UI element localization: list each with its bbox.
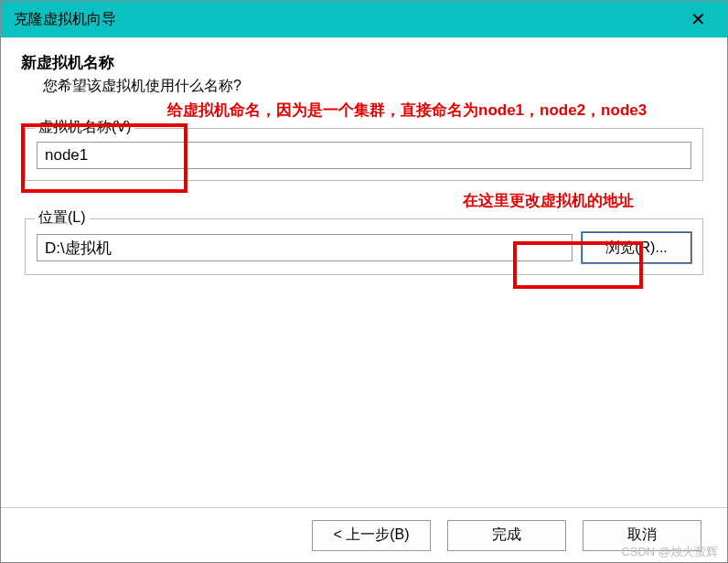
annotation-location: 在这里更改虚拟机的地址	[21, 190, 634, 211]
vm-location-input[interactable]	[37, 234, 573, 261]
window-title: 克隆虚拟机向导	[14, 10, 116, 29]
vm-name-input[interactable]	[37, 142, 691, 169]
vm-location-fieldset: 位置(L) 浏览(R)...	[25, 218, 703, 275]
content-area: 新虚拟机名称 您希望该虚拟机使用什么名称? 给虚拟机命名，因为是一个集群，直接命…	[1, 37, 727, 275]
wizard-window: 克隆虚拟机向导 ✕ 新虚拟机名称 您希望该虚拟机使用什么名称? 给虚拟机命名，因…	[0, 0, 728, 563]
finish-button[interactable]: 完成	[447, 520, 566, 551]
annotation-naming: 给虚拟机命名，因为是一个集群，直接命名为node1，node2，node3	[167, 100, 707, 121]
footer-bar: < 上一步(B) 完成 取消	[1, 507, 727, 562]
page-subheading: 您希望该虚拟机使用什么名称?	[43, 77, 707, 96]
location-row: 浏览(R)...	[37, 232, 691, 263]
back-button[interactable]: < 上一步(B)	[312, 520, 431, 551]
close-icon: ✕	[691, 8, 706, 30]
vm-location-legend: 位置(L)	[35, 208, 90, 228]
titlebar: 克隆虚拟机向导 ✕	[1, 1, 727, 37]
vm-name-legend: 虚拟机名称(V)	[35, 118, 134, 137]
browse-button[interactable]: 浏览(R)...	[582, 232, 691, 263]
page-heading: 新虚拟机名称	[21, 52, 707, 73]
close-button[interactable]: ✕	[681, 3, 714, 36]
vm-name-fieldset: 虚拟机名称(V)	[25, 128, 703, 181]
cancel-button[interactable]: 取消	[583, 520, 701, 551]
